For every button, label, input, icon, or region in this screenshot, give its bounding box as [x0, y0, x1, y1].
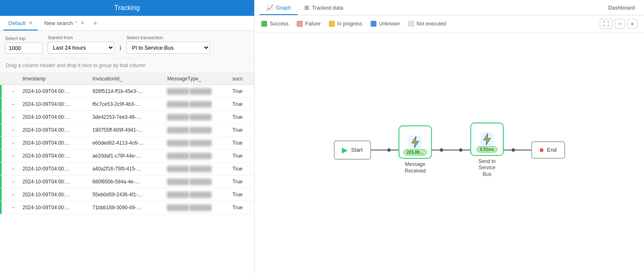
legend-success: Success	[261, 21, 288, 27]
col-invocation-id[interactable]: InvocationId_	[89, 73, 164, 85]
row-success: True	[229, 124, 254, 137]
row-invocation-id: a40a2f16-75f0-415-…	[89, 163, 164, 175]
row-message-type: ██████ ██████	[164, 163, 229, 175]
select-transaction-label: Select transaction	[126, 35, 210, 40]
col-message-type[interactable]: MessageType_	[164, 73, 229, 85]
row-success: True	[229, 163, 254, 175]
row-message-type: ██████ ██████	[164, 98, 229, 111]
table-row[interactable]: → 2024-10-09T04:00:… 55eb0d59-2436-4f1-……	[0, 188, 254, 201]
send-service-bus-label: Send to ServiceBus	[470, 158, 504, 178]
row-timestamp: 2024-10-09T04:00:…	[19, 124, 89, 137]
legend-not-executed-label: Not executed	[417, 21, 446, 27]
tab-tracked-data[interactable]: ⊞ Tracked data	[298, 0, 350, 15]
row-message-type: ██████ ██████	[164, 137, 229, 150]
node-end[interactable]: ■ End	[531, 141, 565, 159]
row-success: True	[229, 98, 254, 111]
right-panel: 📈 Graph ⊞ Tracked data Dashboard Success…	[255, 0, 644, 273]
select-top-label: Select top	[5, 36, 43, 41]
row-invocation-id: 3de42253-7ee3-46-…	[89, 111, 164, 124]
tab-modified-dot: *	[76, 21, 77, 25]
indicator-bar	[0, 111, 2, 123]
started-from-select[interactable]: Last 24 hours Last 1 hour Last 7 days	[48, 42, 114, 54]
row-success: True	[229, 150, 254, 163]
row-indicator-cell	[0, 85, 7, 98]
diagram-area: ▶ Start 226.88…	[255, 33, 644, 273]
tab-new-search[interactable]: New search * ✕	[39, 16, 89, 30]
row-success: True	[229, 137, 254, 150]
legend-unknown-dot	[371, 21, 376, 27]
row-timestamp: 2024-10-09T04:00:…	[19, 98, 89, 111]
row-success: True	[229, 111, 254, 124]
filter-select-top: Select top	[5, 36, 43, 54]
row-message-type: ██████ ██████	[164, 201, 229, 214]
row-timestamp: 2024-10-09T04:00:…	[19, 201, 89, 214]
table-row[interactable]: → 2024-10-09T04:00:… a40a2f16-75f0-415-……	[0, 163, 254, 175]
dashboard-label: Dashboard	[604, 0, 639, 15]
row-arrow-cell: →	[7, 111, 19, 124]
indicator-bar	[0, 85, 2, 98]
table-row[interactable]: → 2024-10-09T04:00:… 3de42253-7ee3-46-… …	[0, 111, 254, 124]
tab-new-search-label: New search	[44, 20, 73, 26]
table-row[interactable]: → 2024-10-09T04:00:… e60ded62-4113-4c6-……	[0, 137, 254, 150]
row-arrow-cell: →	[7, 201, 19, 214]
fullscreen-button[interactable]: ⛶	[600, 19, 612, 29]
row-success: True	[229, 201, 254, 214]
legend-not-executed-dot	[408, 21, 414, 27]
tab-graph[interactable]: 📈 Graph	[260, 0, 298, 15]
connector-3	[504, 148, 531, 152]
legend-unknown-label: Unknown	[379, 21, 400, 27]
node-message-received[interactable]: 226.88… MessageReceived	[399, 125, 432, 174]
table-row[interactable]: → 2024-10-09T04:00:… 926f511d-ff1b-45e3-…	[0, 85, 254, 98]
node-start[interactable]: ▶ Start	[333, 140, 371, 160]
row-indicator-cell	[0, 137, 7, 150]
table-container[interactable]: timestamp InvocationId_ MessageType_ suc…	[0, 73, 254, 273]
drag-hint: Drag a column header and drop it here to…	[0, 58, 254, 73]
line-2b	[443, 150, 460, 150]
connector-1	[371, 148, 399, 152]
tracking-table: timestamp InvocationId_ MessageType_ suc…	[0, 73, 254, 214]
line-1b	[390, 150, 399, 150]
col-success[interactable]: succ	[229, 73, 254, 85]
row-arrow-cell: →	[7, 124, 19, 137]
table-row[interactable]: → 2024-10-09T04:00:… 71bbb169-3090-49-… …	[0, 201, 254, 214]
legend-in-progress-label: In progress	[337, 21, 362, 27]
tab-default[interactable]: Default ✕	[3, 16, 38, 30]
row-indicator-cell	[0, 150, 7, 163]
node-send-service-bus[interactable]: 0.01ms Send to ServiceBus	[470, 122, 504, 178]
col-timestamp[interactable]: timestamp	[19, 73, 89, 85]
row-success: True	[229, 188, 254, 201]
row-message-type: ██████ ██████	[164, 111, 229, 124]
row-timestamp: 2024-10-09T04:00:…	[19, 175, 89, 188]
indicator-bar	[0, 188, 2, 201]
table-header-row: timestamp InvocationId_ MessageType_ suc…	[0, 73, 254, 85]
start-label: Start	[351, 147, 362, 153]
panel-header: Tracking	[0, 0, 254, 16]
table-row[interactable]: → 2024-10-09T04:00:… ae20daf1-c78f-44e-……	[0, 150, 254, 163]
table-row[interactable]: → 2024-10-09T04:00:… f6c7ce53-2c9f-4b3-……	[0, 98, 254, 111]
row-invocation-id: e60ded62-4113-4c6-…	[89, 137, 164, 150]
tracked-data-tab-icon: ⊞	[304, 4, 309, 11]
filter-row: Select top Started from Last 24 hours La…	[0, 31, 254, 58]
tab-default-close[interactable]: ✕	[29, 20, 33, 26]
line-1	[371, 150, 388, 150]
zoom-in-button[interactable]: +	[627, 19, 637, 29]
zoom-out-button[interactable]: −	[615, 19, 625, 29]
info-icon: ℹ	[119, 45, 121, 51]
table-row[interactable]: → 2024-10-09T04:00:… 190755ff-609f-4941-…	[0, 124, 254, 137]
end-box: ■ End	[531, 141, 565, 159]
table-row[interactable]: → 2024-10-09T04:00:… 680f850b-594a-4e-… …	[0, 175, 254, 188]
message-received-badge: 226.88…	[404, 149, 427, 155]
tab-add-button[interactable]: +	[91, 17, 100, 30]
end-stop-icon: ■	[540, 146, 544, 154]
tab-new-search-close[interactable]: ✕	[81, 20, 84, 26]
select-transaction-select[interactable]: PI to Service Bus	[126, 42, 210, 54]
select-top-input[interactable]	[5, 43, 43, 54]
legend-failure: Failure	[297, 21, 321, 27]
legend-failure-label: Failure	[305, 21, 321, 27]
started-from-label: Started from	[48, 35, 114, 40]
send-service-bus-box: 0.01ms	[470, 122, 504, 155]
col-arrow	[7, 73, 19, 85]
row-invocation-id: 680f850b-594a-4e-…	[89, 175, 164, 188]
indicator-bar	[0, 201, 2, 214]
row-indicator-cell	[0, 124, 7, 137]
